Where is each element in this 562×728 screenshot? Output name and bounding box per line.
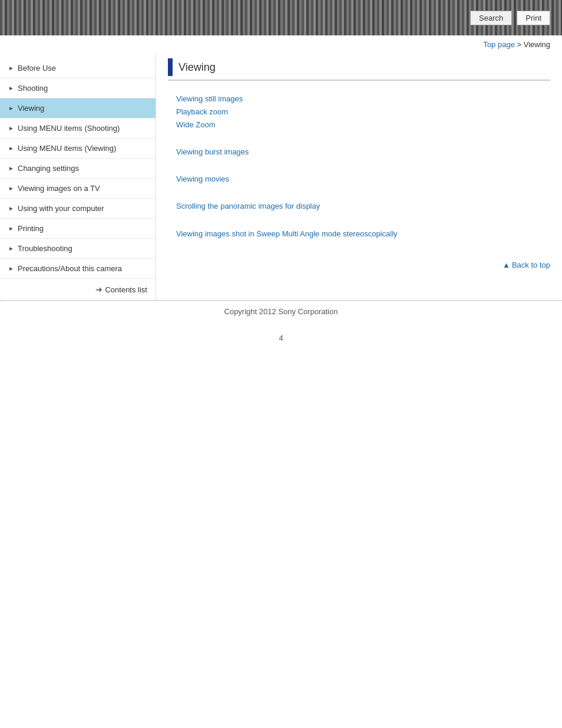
chevron-right-icon: ► bbox=[8, 65, 14, 71]
main-content: Viewing Viewing still images Playback zo… bbox=[156, 52, 562, 285]
page-layout: ► Before Use ► Shooting ► Viewing ► Usin… bbox=[0, 52, 562, 300]
breadcrumb-top-link[interactable]: Top page bbox=[483, 40, 515, 49]
sidebar-label: Viewing images on a TV bbox=[18, 184, 100, 193]
sidebar-label: Viewing bbox=[18, 104, 44, 113]
arrow-right-icon: ➔ bbox=[95, 285, 103, 294]
sidebar-label: Using with your computer bbox=[18, 204, 104, 213]
sidebar-item-changing-settings[interactable]: ► Changing settings bbox=[0, 159, 156, 179]
contents-list-label: Contents list bbox=[105, 285, 147, 294]
back-to-top-label: Back to top bbox=[512, 261, 550, 269]
sidebar-item-using-menu-viewing[interactable]: ► Using MENU items (Viewing) bbox=[0, 139, 156, 159]
sidebar-item-before-use[interactable]: ► Before Use bbox=[0, 58, 156, 78]
sidebar-item-using-computer[interactable]: ► Using with your computer bbox=[0, 199, 156, 219]
sidebar-item-viewing[interactable]: ► Viewing bbox=[0, 98, 156, 118]
breadcrumb: Top page > Viewing bbox=[0, 35, 562, 52]
page-title-bar: Viewing bbox=[168, 58, 550, 81]
triangle-up-icon: ▲ bbox=[503, 261, 510, 269]
playback-zoom-link[interactable]: Playback zoom bbox=[176, 106, 550, 118]
breadcrumb-separator: > bbox=[515, 40, 524, 49]
chevron-right-icon: ► bbox=[8, 145, 14, 151]
still-images-section: Viewing still images Playback zoom Wide … bbox=[168, 93, 550, 131]
contents-list-row: ➔ Contents list bbox=[0, 279, 156, 300]
chevron-right-icon: ► bbox=[8, 265, 14, 272]
viewing-movies-link[interactable]: Viewing movies bbox=[176, 173, 550, 186]
sidebar-label: Precautions/About this camera bbox=[18, 264, 122, 273]
page-title: Viewing bbox=[178, 61, 216, 74]
breadcrumb-current: Viewing bbox=[524, 40, 550, 49]
panoramic-section: Scrolling the panoramic images for displ… bbox=[168, 200, 550, 213]
sidebar-item-viewing-images-tv[interactable]: ► Viewing images on a TV bbox=[0, 179, 156, 199]
page-number: 4 bbox=[0, 322, 562, 354]
chevron-right-icon: ► bbox=[8, 105, 14, 111]
footer-copyright: Copyright 2012 Sony Corporation bbox=[224, 307, 338, 316]
chevron-right-icon: ► bbox=[8, 205, 14, 212]
sidebar-item-printing[interactable]: ► Printing bbox=[0, 219, 156, 239]
scrolling-panoramic-link[interactable]: Scrolling the panoramic images for displ… bbox=[176, 200, 550, 213]
back-to-top-row: ▲Back to top bbox=[168, 255, 550, 273]
sidebar-item-troubleshooting[interactable]: ► Troubleshooting bbox=[0, 239, 156, 259]
chevron-right-icon: ► bbox=[8, 165, 14, 172]
burst-images-section: Viewing burst images bbox=[168, 146, 550, 159]
sidebar-label: Using MENU items (Shooting) bbox=[18, 124, 120, 133]
sidebar-item-shooting[interactable]: ► Shooting bbox=[0, 78, 156, 98]
sidebar-item-using-menu-shooting[interactable]: ► Using MENU items (Shooting) bbox=[0, 118, 156, 139]
sidebar-label: Printing bbox=[18, 224, 44, 233]
search-button[interactable]: Search bbox=[470, 11, 512, 25]
sidebar-label: Changing settings bbox=[18, 164, 79, 173]
sidebar-label: Using MENU items (Viewing) bbox=[18, 144, 116, 153]
header: Search Print bbox=[0, 0, 562, 35]
contents-list-link[interactable]: ➔ Contents list bbox=[95, 285, 147, 294]
chevron-right-icon: ► bbox=[8, 245, 14, 252]
chevron-right-icon: ► bbox=[8, 185, 14, 192]
sidebar-label: Shooting bbox=[18, 84, 48, 93]
viewing-still-images-link[interactable]: Viewing still images bbox=[176, 93, 550, 106]
viewing-sweep-multi-angle-link[interactable]: Viewing images shot in Sweep Multi Angle… bbox=[176, 228, 550, 241]
movies-section: Viewing movies bbox=[168, 173, 550, 186]
chevron-right-icon: ► bbox=[8, 125, 14, 131]
chevron-right-icon: ► bbox=[8, 225, 14, 232]
sidebar: ► Before Use ► Shooting ► Viewing ► Usin… bbox=[0, 52, 156, 300]
title-accent-bar bbox=[168, 58, 173, 76]
back-to-top-link[interactable]: ▲Back to top bbox=[503, 261, 550, 269]
sidebar-item-precautions[interactable]: ► Precautions/About this camera bbox=[0, 259, 156, 279]
sidebar-label: Before Use bbox=[18, 64, 56, 73]
sweep-section: Viewing images shot in Sweep Multi Angle… bbox=[168, 228, 550, 241]
wide-zoom-link[interactable]: Wide Zoom bbox=[176, 118, 550, 131]
print-button[interactable]: Print bbox=[517, 11, 550, 25]
chevron-right-icon: ► bbox=[8, 85, 14, 91]
viewing-burst-images-link[interactable]: Viewing burst images bbox=[176, 146, 550, 159]
footer: Copyright 2012 Sony Corporation bbox=[0, 301, 562, 322]
sidebar-label: Troubleshooting bbox=[18, 244, 72, 253]
